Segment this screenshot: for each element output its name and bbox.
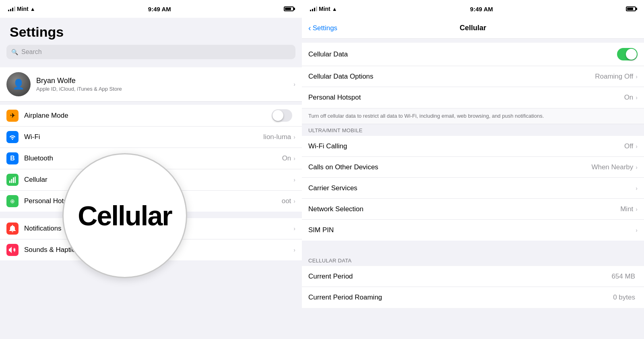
svg-rect-2 [13,177,14,183]
calls-other-devices-value: When Nearby [591,163,633,171]
signal-icon [8,6,15,11]
chevron-icon: › [636,73,638,80]
left-status-bar: Mint ▲ 9:49 AM [0,0,302,18]
current-period-row: Current Period 654 MB [302,266,644,287]
battery-icon [284,6,294,11]
cellular-mid-group: Wi-Fi Calling Off › Calls on Other Devic… [302,136,644,241]
right-status-bar: Mint ▲ 9:49 AM [302,0,644,18]
svg-rect-0 [9,181,10,183]
chevron-icon: › [293,134,295,140]
back-button[interactable]: ‹ Settings [308,24,337,32]
hotspot-icon: ⊕ [6,195,19,207]
current-period-roaming-row: Current Period Roaming 0 bytes [302,287,644,308]
airplane-mode-row[interactable]: ✈ Airplane Mode [0,105,302,127]
magnifier-text: Cellular [78,200,171,231]
divider [0,64,302,67]
cellular-data-options-row[interactable]: Cellular Data Options Roaming Off › [302,66,644,87]
nav-title: Cellular [460,24,486,32]
apple-id-name: Bryan Wolfe [36,77,293,85]
sim-pin-label: SIM PIN [308,226,636,234]
wifi-calling-row[interactable]: Wi-Fi Calling Off › [302,136,644,157]
airplane-icon: ✈ [6,110,19,122]
chevron-icon: › [636,94,638,101]
ultra-mint-section-label: ULTRA/MINT MOBILE [302,124,644,136]
current-period-value: 654 MB [611,272,635,281]
back-label: Settings [313,24,337,32]
cellular-data-options-label: Cellular Data Options [308,73,595,81]
svg-rect-1 [11,179,12,183]
cellular-info-box: Turn off cellular data to restrict all d… [302,108,644,124]
divider2 [0,102,302,105]
cellular-data-section-label: CELLULAR DATA [302,254,644,266]
carrier-services-label: Carrier Services [308,184,636,192]
right-status-right [626,6,636,11]
current-period-roaming-value: 0 bytes [613,293,635,302]
data-separator [302,241,644,254]
carrier-services-row[interactable]: Carrier Services › [302,178,644,199]
search-bar[interactable]: 🔍 Search [6,45,295,59]
chevron-icon: › [293,198,295,204]
wifi-calling-label: Wi-Fi Calling [308,142,624,150]
right-hotspot-label: Personal Hotspot [308,94,624,102]
right-status-left: Mint ▲ [310,6,337,12]
carrier-label: Mint [17,6,29,12]
nav-bar: ‹ Settings Cellular [302,18,644,39]
airplane-toggle[interactable] [272,109,292,122]
wifi-icon: ▲ [30,6,35,12]
back-chevron-icon: ‹ [308,24,311,32]
cellular-data-label: Cellular Data [308,50,617,58]
network-selection-value: Mint [620,205,633,213]
network-selection-row[interactable]: Network Selection Mint › [302,199,644,220]
cellular-top-group: Cellular Data Cellular Data Options Roam… [302,43,644,108]
search-icon: 🔍 [11,49,18,55]
right-hotspot-row[interactable]: Personal Hotspot On › [302,87,644,108]
avatar: 👤 [6,72,31,96]
left-phone-panel: Mint ▲ 9:49 AM Settings 🔍 Search 👤 Bryan… [0,0,302,339]
bluetooth-value: On [282,154,291,162]
wifi-label: Wi-Fi [24,133,263,141]
left-time: 9:49 AM [148,6,171,12]
bluetooth-icon: B [6,152,19,164]
right-battery-icon [626,6,636,11]
current-period-label: Current Period [308,272,611,281]
cellular-data-toggle[interactable] [617,48,638,60]
calls-other-devices-label: Calls on Other Devices [308,163,591,171]
right-signal-icon [310,6,317,11]
cellular-data-options-value: Roaming Off [595,73,633,81]
apple-id-row[interactable]: 👤 Bryan Wolfe Apple ID, iCloud, iTunes &… [0,67,302,102]
chevron-icon: › [293,81,295,87]
top-spacer [302,39,644,43]
airplane-label: Airplane Mode [24,112,272,120]
wifi-row[interactable]: Wi-Fi lion-luma › [0,127,302,148]
hotspot-value: oot [282,197,291,205]
calls-other-devices-row[interactable]: Calls on Other Devices When Nearby › [302,157,644,178]
right-hotspot-value: On [624,94,634,102]
chevron-icon: › [293,225,295,232]
left-status-right [284,6,294,11]
wifi-value: lion-luma [263,133,291,141]
sounds-icon [6,244,19,256]
chevron-icon: › [636,206,638,212]
search-placeholder: Search [21,48,42,56]
chevron-icon: › [636,185,638,191]
chevron-icon: › [636,164,638,171]
chevron-icon: › [636,227,638,233]
current-period-roaming-label: Current Period Roaming [308,293,613,302]
network-selection-label: Network Selection [308,205,620,213]
wifi-calling-value: Off [624,142,633,150]
sim-pin-row[interactable]: SIM PIN › [302,220,644,241]
chevron-icon: › [293,177,295,183]
magnifier-overlay: Cellular [62,153,187,278]
right-wifi-icon: ▲ [332,6,337,12]
left-status-left: Mint ▲ [8,6,35,12]
chevron-icon: › [293,155,295,162]
right-phone-panel: Mint ▲ 9:49 AM ‹ Settings Cellular Cellu… [302,0,644,339]
right-time: 9:49 AM [470,6,493,12]
apple-id-subtitle: Apple ID, iCloud, iTunes & App Store [36,86,293,92]
chevron-icon: › [293,247,295,253]
search-bar-container: 🔍 Search [0,45,302,64]
settings-title: Settings [0,18,302,45]
right-carrier-label: Mint [319,6,330,12]
wifi-settings-icon [6,131,19,143]
cellular-data-row[interactable]: Cellular Data [302,43,644,66]
